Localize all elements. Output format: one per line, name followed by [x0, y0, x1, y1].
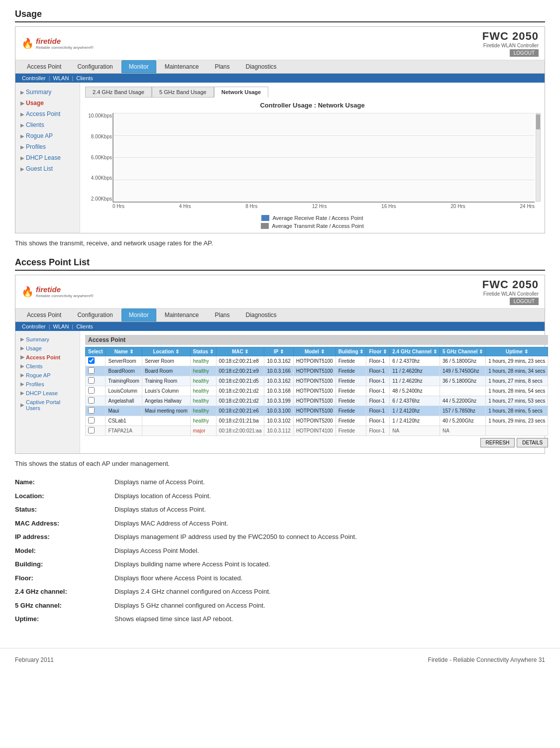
logout-button-1[interactable]: LOGOUT	[510, 49, 539, 57]
bc-clients-2: Clients	[76, 323, 93, 329]
def-term-ch24: 2.4 GHz channel:	[15, 587, 114, 597]
cell-select-3[interactable]	[86, 376, 106, 386]
checkbox-5[interactable]	[88, 397, 95, 404]
cell-select-2[interactable]	[86, 366, 106, 376]
bc-controller-1: Controller	[22, 75, 46, 81]
tab-monitor-1[interactable]: Monitor	[121, 60, 156, 73]
refresh-button[interactable]: REFRESH	[480, 438, 515, 447]
sidebar-item-clients-1[interactable]: ▶Clients	[15, 119, 80, 130]
sidebar-item-summary-1[interactable]: ▶Summary	[15, 87, 80, 98]
sidebar2-item-captive[interactable]: ▶Captive Portal Users	[15, 398, 80, 413]
th-mac[interactable]: MAC ⇕	[216, 347, 264, 356]
sidebar2-item-profiles[interactable]: ▶Profiles	[15, 380, 80, 389]
tab-plans-2[interactable]: Plans	[208, 309, 237, 321]
th-status[interactable]: Status ⇕	[190, 347, 216, 356]
cell-status-6: healthy	[190, 406, 216, 416]
page-footer: February 2011 Firetide - Reliable Connec…	[0, 648, 560, 668]
tab-monitor-2[interactable]: Monitor	[121, 309, 156, 321]
def-item-ch24: 2.4 GHz channel: Displays 2.4 GHz channe…	[15, 587, 545, 597]
cell-select-5[interactable]	[86, 396, 106, 406]
th-model[interactable]: Model ⇕	[293, 347, 336, 356]
cell-location-2: Board Room	[142, 366, 190, 376]
sidebar2-item-usage[interactable]: ▶Usage	[15, 344, 80, 353]
sidebar2-item-dhcp[interactable]: ▶DHCP Lease	[15, 389, 80, 398]
table-btn-row: REFRESH DETAILS	[85, 436, 548, 449]
tab-24ghz[interactable]: 2.4 GHz Band Usage	[85, 87, 152, 98]
cell-select-6[interactable]	[86, 406, 106, 416]
def-item-uptime: Uptime: Shows elapsed time since last AP…	[15, 614, 545, 624]
sidebar-item-usage-1[interactable]: ▶Usage	[15, 98, 80, 108]
cell-model-3: HOTPOINT5100	[293, 376, 336, 386]
legend-transmit-box	[261, 223, 269, 229]
cell-mac-4: 00:18:c2:00:21:d2	[216, 386, 264, 396]
tab-configuration-2[interactable]: Configuration	[70, 309, 120, 321]
checkbox-2[interactable]	[88, 367, 95, 374]
tab-maintenance-2[interactable]: Maintenance	[157, 309, 207, 321]
cell-select-1[interactable]	[86, 356, 106, 366]
sidebar-2: ▶Summary ▶Usage ▶Access Point ▶Clients ▶…	[15, 331, 80, 453]
ap-table-container: Select Name ⇕ Location ⇕ Status ⇕ MAC ⇕ …	[85, 347, 548, 436]
checkbox-3[interactable]	[88, 377, 95, 384]
th-ch24[interactable]: 2.4 GHz Channel ⇕	[390, 347, 440, 356]
tab-plans-1[interactable]: Plans	[208, 60, 237, 73]
sidebar-item-dhcp-1[interactable]: ▶DHCP Lease	[15, 152, 80, 163]
th-building[interactable]: Building ⇕	[336, 347, 366, 356]
tab-diagnostics-1[interactable]: Diagnostics	[238, 60, 284, 73]
def-desc-uptime: Shows elapsed time since last AP reboot.	[114, 614, 545, 624]
cell-select-4[interactable]	[86, 386, 106, 396]
table-row: Maui Maui meeting room healthy 00:18:c2:…	[86, 406, 548, 416]
sidebar-item-accesspoint-1[interactable]: ▶Access Point	[15, 108, 80, 119]
cell-ip-5: 10.0.3.199	[264, 396, 293, 406]
checkbox-6[interactable]	[88, 407, 95, 414]
cell-model-1: HOTPOINT5100	[293, 356, 336, 366]
sidebar-item-profiles-1[interactable]: ▶Profiles	[15, 141, 80, 152]
tab-access-point-2[interactable]: Access Point	[19, 309, 69, 321]
sidebar2-item-summary[interactable]: ▶Summary	[15, 335, 80, 344]
cell-name-7: CSLab1	[106, 416, 142, 426]
th-location[interactable]: Location ⇕	[142, 347, 190, 356]
fwc-title-sub-2: Firetide WLAN Controller	[482, 291, 539, 297]
checkbox-4[interactable]	[88, 387, 95, 394]
tab-configuration-1[interactable]: Configuration	[70, 60, 120, 73]
cell-ch5-4	[440, 386, 485, 396]
details-button[interactable]: DETAILS	[517, 438, 548, 447]
y-axis-1: 10.00Kbps 8.00Kbps 6.00Kbps 4.00Kbps 2.0…	[85, 113, 112, 202]
checkbox-1[interactable]	[88, 357, 95, 364]
cell-ch5-2: 149 / 5.7450Ghz	[440, 366, 485, 376]
logout-button-2[interactable]: LOGOUT	[510, 298, 539, 305]
def-term-ch5: 5 GHz channel:	[15, 601, 114, 611]
tab-diagnostics-2[interactable]: Diagnostics	[238, 309, 284, 321]
th-name[interactable]: Name ⇕	[106, 347, 142, 356]
cell-select-8[interactable]	[86, 426, 106, 435]
sidebar2-item-ap[interactable]: ▶Access Point	[15, 353, 80, 362]
th-floor[interactable]: Floor ⇕	[366, 347, 390, 356]
band-tabs-1: 2.4 GHz Band Usage 5 GHz Band Usage Netw…	[85, 87, 540, 98]
checkbox-7[interactable]	[88, 417, 95, 424]
arrow-rogue-1: ▶	[20, 133, 24, 139]
breadcrumb-1: Controller | WLAN | Clients	[15, 74, 545, 83]
legend-receive-box	[261, 215, 269, 221]
cell-mac-8: 00:18:c2:00:021:aa	[216, 426, 264, 435]
chart-scrollbar[interactable]	[536, 113, 541, 202]
cell-status-3: healthy	[190, 376, 216, 386]
tab-network-usage[interactable]: Network Usage	[214, 87, 268, 98]
fwc-title-sub-1: Firetide WLAN Controller	[482, 43, 539, 48]
sidebar-item-guestlist-1[interactable]: ▶Guest List	[15, 163, 80, 174]
cell-building-2: Firetide	[336, 366, 366, 376]
th-ip[interactable]: IP ⇕	[264, 347, 293, 356]
sidebar2-item-rogueap[interactable]: ▶Rogue AP	[15, 371, 80, 380]
def-term-status: Status:	[15, 505, 114, 515]
sidebar-item-rogueap-1[interactable]: ▶Rogue AP	[15, 130, 80, 141]
th-ch5[interactable]: 5 GHz Channel ⇕	[440, 347, 485, 356]
def-desc-model: Displays Access Point Model.	[114, 546, 545, 556]
sidebar2-item-clients[interactable]: ▶Clients	[15, 362, 80, 371]
checkbox-8[interactable]	[88, 427, 95, 433]
th-uptime[interactable]: Uptime ⇕	[486, 347, 548, 356]
tab-maintenance-1[interactable]: Maintenance	[157, 60, 207, 73]
def-term-floor: Floor:	[15, 573, 114, 583]
cell-select-7[interactable]	[86, 416, 106, 426]
th-select: Select	[86, 347, 106, 356]
cell-ch24-1: 6 / 2.4370hz	[390, 356, 440, 366]
tab-5ghz[interactable]: 5 GHz Band Usage	[152, 87, 214, 98]
tab-access-point-1[interactable]: Access Point	[19, 60, 69, 73]
